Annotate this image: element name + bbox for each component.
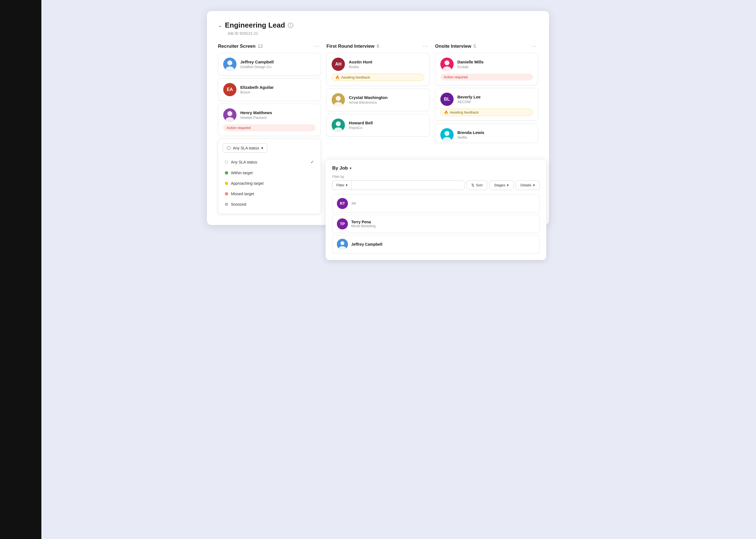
sla-label-any: Any SLA status (231, 160, 257, 164)
candidate-company: Ecolab (457, 65, 484, 69)
stages-caret-icon: ▾ (507, 183, 509, 187)
byjob-title-text: By Job (332, 165, 348, 171)
column-recruiter-screen: Recruiter Screen 12 ··· Je (218, 43, 321, 214)
mini-avatar (337, 239, 348, 250)
sla-options-list: Any SLA status ✓ Within target App (223, 157, 316, 209)
svg-point-7 (336, 96, 341, 101)
candidate-company: AECOM (457, 100, 481, 104)
col3-more-button[interactable]: ··· (530, 43, 538, 49)
candidate-card[interactable]: AH Austin Hunt Nvidia 🔥 Awaiting feedbac… (327, 53, 429, 86)
col1-count: 12 (258, 43, 263, 49)
sla-trigger-label: Any SLA status (233, 146, 259, 150)
col1-title: Recruiter Screen (218, 43, 255, 49)
details-button[interactable]: Details ▾ (516, 180, 540, 190)
job-id: Job ID 929121-21 (227, 31, 538, 36)
svg-point-1 (227, 60, 232, 65)
sla-section: Any SLA status ▾ Any SLA status ✓ (218, 139, 321, 214)
sla-option-missed[interactable]: Missed target (223, 189, 316, 199)
col1-more-button[interactable]: ··· (313, 43, 321, 49)
candidate-name: Jeffrey Campbell (240, 59, 274, 64)
main-card: ⌄ Engineering Lead i Job ID 929121-21 Re… (207, 11, 549, 225)
col2-count: 6 (377, 43, 379, 49)
svg-point-4 (227, 111, 232, 116)
col2-title: First Round Interview (327, 43, 374, 49)
sort-btn-label: Sort (476, 183, 483, 187)
filter-search-input[interactable] (352, 181, 464, 190)
avatar (440, 58, 454, 71)
sla-label-approaching: Approaching target (231, 181, 263, 186)
stages-btn-label: Stages (494, 183, 505, 187)
mini-name: Terry Pena (351, 220, 376, 224)
sla-dot-approaching (225, 182, 228, 185)
candidate-name: Brenda Lewis (457, 130, 485, 135)
action-required-badge: Action required (223, 124, 316, 131)
action-required-badge: Action required (440, 74, 533, 81)
sla-label-snoozed: Snoozed (231, 202, 246, 206)
svg-point-10 (336, 121, 341, 126)
sla-option-any[interactable]: Any SLA status ✓ (223, 157, 316, 167)
candidate-card[interactable]: Danielle Mills Ecolab Action required (435, 53, 538, 85)
candidate-company: Arrow Electronics (349, 100, 387, 105)
column-onsite-interview: Onsite Interview 5 ··· Dan (435, 43, 538, 146)
collapse-chevron-icon[interactable]: ⌄ (218, 22, 222, 29)
mini-card[interactable]: RT 3M (332, 194, 540, 212)
mini-card[interactable]: Jeffrey Campbell (332, 235, 540, 253)
candidate-name: Crystal Washington (349, 95, 387, 100)
sla-option-snoozed[interactable]: Snoozed (223, 199, 316, 209)
details-caret-icon: ▾ (533, 183, 535, 187)
candidate-company: Bosch (240, 90, 274, 94)
candidate-name: Austin Hunt (349, 59, 372, 64)
candidate-card[interactable]: Howard Bell PepsiCo (327, 114, 429, 136)
candidate-company: Netflix (457, 135, 485, 139)
filter-btn-label: Filter (336, 183, 344, 187)
candidate-company: PepsiCo (349, 126, 373, 130)
sla-dot-snoozed (225, 203, 228, 206)
filter-input-group: Filter ▾ (332, 180, 464, 190)
column-first-round: First Round Interview 6 ··· AH Austin Hu… (327, 43, 429, 139)
byjob-panel: By Job ▾ Filter by Filter ▾ ⇅ Sort (326, 160, 546, 260)
col3-count: 5 (473, 43, 476, 49)
candidate-company: Hewlett Packard (240, 116, 272, 120)
sort-button[interactable]: ⇅ Sort (467, 180, 487, 190)
candidate-card[interactable]: Crystal Washington Arrow Electronics (327, 89, 429, 111)
avatar (223, 108, 236, 121)
filter-label: Filter by (332, 175, 540, 179)
candidate-card[interactable]: EA Elizabeth Aguilar Bosch (218, 78, 321, 101)
sla-option-approaching[interactable]: Approaching target (223, 178, 316, 188)
candidate-card[interactable]: BL Beverly Lee AECOM 🔥 Awaiting feedback (435, 88, 538, 121)
avatar: AH (331, 58, 345, 71)
byjob-caret-icon[interactable]: ▾ (349, 166, 351, 170)
svg-point-16 (444, 60, 449, 65)
mini-card[interactable]: TP Terry Pena Moxie Marketing (332, 215, 540, 233)
mini-cards-area: RT 3M TP Terry Pena Moxie Marketing (332, 194, 540, 253)
check-icon: ✓ (310, 159, 314, 165)
sla-label-within: Within target (231, 171, 253, 175)
mini-name: Jeffrey Campbell (351, 242, 382, 247)
candidate-card[interactable]: Brenda Lewis Netflix (435, 123, 538, 143)
avatar (331, 118, 345, 132)
fire-icon: 🔥 (444, 110, 448, 115)
candidate-card[interactable]: Henry Matthews Hewlett Packard Action re… (218, 104, 321, 136)
mini-company: 3M (351, 201, 356, 205)
sla-trigger-button[interactable]: Any SLA status ▾ (223, 143, 267, 153)
avatar: BL (440, 93, 454, 106)
filter-dropdown-button[interactable]: Filter ▾ (332, 181, 352, 190)
avatar: EA (223, 83, 236, 96)
job-header: ⌄ Engineering Lead i Job ID 929121-21 (218, 21, 538, 36)
avatar (223, 58, 236, 71)
mini-avatar: TP (337, 218, 348, 229)
col2-more-button[interactable]: ··· (422, 43, 429, 49)
mini-avatar: RT (337, 198, 348, 209)
sla-option-within[interactable]: Within target (223, 168, 316, 178)
sla-dot-missed (225, 192, 228, 195)
awaiting-feedback-badge: 🔥 Awaiting feedback (331, 74, 424, 81)
candidate-name: Henry Matthews (240, 110, 272, 115)
info-icon[interactable]: i (288, 23, 293, 28)
candidate-card[interactable]: Jeffrey Campbell Goldfish Design Co. (218, 53, 321, 76)
stages-button[interactable]: Stages ▾ (490, 180, 514, 190)
candidate-company: Goldfish Design Co. (240, 65, 274, 69)
svg-point-19 (444, 131, 449, 136)
job-title: Engineering Lead (225, 21, 285, 30)
candidate-name: Howard Bell (349, 120, 373, 125)
sort-icon: ⇅ (471, 183, 474, 187)
